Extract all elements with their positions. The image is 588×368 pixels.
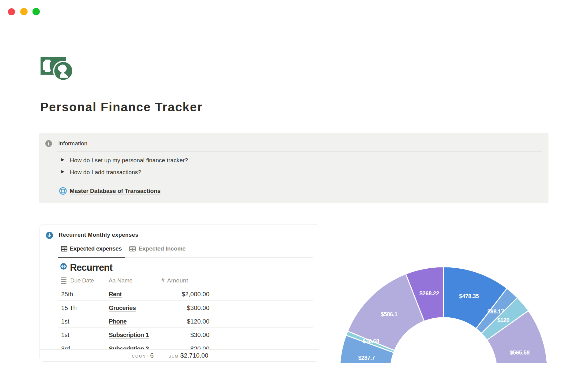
svg-text:$120: $120 [497, 317, 510, 323]
svg-text:$268.22: $268.22 [420, 290, 439, 297]
svg-text:$30.68: $30.68 [363, 338, 379, 344]
svg-text:$565.58: $565.58 [510, 349, 530, 356]
svg-text:$586.1: $586.1 [381, 311, 397, 317]
svg-text:$98.17: $98.17 [487, 308, 504, 315]
svg-text:$287.7: $287.7 [358, 355, 375, 361]
svg-text:$478.35: $478.35 [459, 293, 479, 299]
